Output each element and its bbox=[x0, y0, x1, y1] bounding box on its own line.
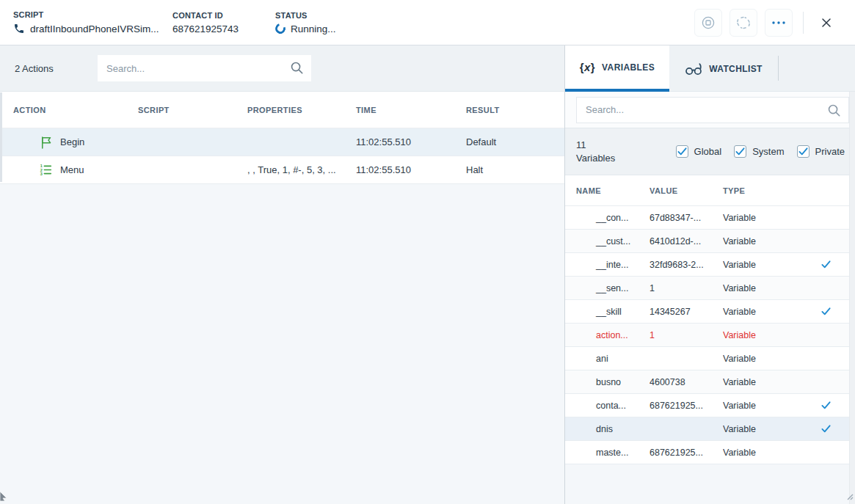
variable-type-cell: Variable bbox=[723, 213, 796, 223]
variable-name-cell: __inte... bbox=[565, 260, 650, 270]
detach-button[interactable] bbox=[730, 9, 757, 37]
contact-id-group: CONTACT ID 687621925743 bbox=[172, 11, 275, 34]
variable-value-cell: 1 bbox=[650, 283, 723, 293]
watched-check-icon bbox=[821, 401, 832, 410]
variable-value-cell: 4600738 bbox=[650, 377, 723, 387]
variable-watch-cell[interactable] bbox=[796, 401, 855, 410]
watched-check-icon bbox=[821, 307, 832, 316]
table-row[interactable]: 123Menu, , True, 1, #-, 5, 3, ...11:02:5… bbox=[0, 156, 564, 184]
running-spinner-icon bbox=[274, 22, 288, 36]
filter-label: Private bbox=[815, 146, 845, 157]
table-row[interactable]: __con...67d88347-...Variable bbox=[565, 206, 855, 230]
variable-type-cell: Variable bbox=[723, 424, 796, 434]
tab-variables-label: VARIABLES bbox=[602, 62, 655, 73]
action-cell: Begin bbox=[0, 136, 138, 148]
variables-count-bar: 11 Variables GlobalSystemPrivate bbox=[565, 128, 855, 175]
time-cell: 11:02:55.510 bbox=[356, 164, 466, 175]
table-row[interactable]: __skill14345267Variable bbox=[565, 300, 855, 324]
checkbox-icon[interactable] bbox=[734, 145, 746, 158]
table-row[interactable]: __sen...1Variable bbox=[565, 277, 855, 300]
column-header-result[interactable]: RESULT bbox=[466, 106, 564, 114]
checkbox-icon[interactable] bbox=[797, 145, 809, 158]
variable-name-cell: conta... bbox=[565, 401, 650, 411]
variable-type-cell: Variable bbox=[723, 377, 796, 387]
actions-search-input[interactable] bbox=[98, 63, 311, 74]
variable-value-cell: 6410d12d-... bbox=[650, 236, 723, 246]
tab-divider bbox=[778, 56, 779, 81]
filter-private[interactable]: Private bbox=[797, 145, 845, 158]
search-icon bbox=[290, 61, 304, 78]
table-row[interactable]: action...1Variable bbox=[565, 324, 855, 347]
tabs-row: {x} VARIABLES WATCHLIST bbox=[565, 45, 855, 92]
search-icon bbox=[827, 103, 841, 120]
stop-button[interactable] bbox=[694, 9, 722, 37]
variables-count: 11 Variables bbox=[576, 139, 615, 164]
table-row[interactable]: maste...687621925...Variable bbox=[565, 441, 855, 464]
variable-watch-cell[interactable] bbox=[796, 260, 855, 269]
variables-search[interactable] bbox=[576, 97, 849, 123]
tab-variables[interactable]: {x} VARIABLES bbox=[565, 45, 669, 92]
variable-name-cell: ani bbox=[565, 354, 650, 364]
tab-watchlist-label: WATCHLIST bbox=[709, 64, 763, 74]
close-icon bbox=[821, 18, 832, 28]
variables-count-label: Variables bbox=[576, 152, 615, 165]
flag-icon bbox=[40, 136, 52, 148]
table-row[interactable]: __cust...6410d12d-...Variable bbox=[565, 230, 855, 253]
contact-id-value: 687621925743 bbox=[172, 23, 239, 34]
column-header-value[interactable]: VALUE bbox=[650, 186, 723, 195]
table-row[interactable]: dnisVariable bbox=[565, 417, 855, 441]
more-button[interactable] bbox=[765, 9, 793, 37]
status-group: STATUS Running... bbox=[275, 11, 336, 34]
result-cell: Default bbox=[466, 136, 564, 147]
variable-name-cell: __con... bbox=[565, 213, 650, 223]
header-divider bbox=[803, 12, 804, 34]
variable-name-cell: busno bbox=[565, 377, 650, 387]
watched-check-icon bbox=[821, 260, 832, 269]
stop-icon bbox=[700, 15, 716, 31]
action-label: Menu bbox=[60, 164, 84, 175]
table-row[interactable]: aniVariable bbox=[565, 347, 855, 370]
main-content: 2 Actions ACTION SCRIPT PROPERTIES TIME … bbox=[0, 45, 855, 504]
filter-system[interactable]: System bbox=[734, 145, 784, 158]
variables-count-value: 11 bbox=[576, 139, 615, 152]
table-row[interactable]: __inte...32fd9683-2...Variable bbox=[565, 253, 855, 277]
filter-global[interactable]: Global bbox=[676, 145, 722, 158]
variable-value-cell: 687621925... bbox=[650, 401, 723, 411]
tab-watchlist[interactable]: WATCHLIST bbox=[669, 45, 778, 92]
variable-filters: GlobalSystemPrivate bbox=[676, 145, 845, 158]
variable-type-cell: Variable bbox=[723, 307, 796, 317]
column-header-action[interactable]: ACTION bbox=[0, 106, 138, 114]
variable-type-cell: Variable bbox=[723, 260, 796, 270]
variable-value-cell: 32fd9683-2... bbox=[650, 260, 723, 270]
variable-value-cell: 687621925... bbox=[650, 448, 723, 458]
resize-grip-icon[interactable] bbox=[845, 490, 854, 503]
variables-search-row bbox=[565, 92, 855, 128]
actions-search[interactable] bbox=[98, 55, 311, 81]
table-row[interactable]: Begin11:02:55.510Default bbox=[0, 128, 564, 156]
script-group: SCRIPT draftIInboundPhoneIVRSim... bbox=[13, 10, 172, 34]
column-header-time[interactable]: TIME bbox=[356, 106, 466, 114]
actions-panel: 2 Actions ACTION SCRIPT PROPERTIES TIME … bbox=[0, 45, 565, 504]
checkbox-icon[interactable] bbox=[676, 145, 688, 158]
header-actions bbox=[694, 9, 855, 37]
variable-type-cell: Variable bbox=[723, 330, 796, 340]
variables-search-input[interactable] bbox=[577, 104, 848, 115]
filter-label: System bbox=[752, 146, 784, 157]
actions-table-header: ACTION SCRIPT PROPERTIES TIME RESULT bbox=[0, 92, 564, 128]
column-header-name[interactable]: NAME bbox=[565, 186, 650, 195]
column-header-properties[interactable]: PROPERTIES bbox=[247, 106, 356, 114]
action-label: Begin bbox=[60, 136, 84, 147]
column-header-type[interactable]: TYPE bbox=[723, 186, 796, 195]
table-row[interactable]: busno4600738Variable bbox=[565, 370, 855, 394]
close-button[interactable] bbox=[814, 10, 839, 35]
table-row[interactable]: conta...687621925...Variable bbox=[565, 394, 855, 417]
filter-label: Global bbox=[694, 146, 722, 157]
variable-name-cell: maste... bbox=[565, 448, 650, 458]
variable-value-cell: 67d88347-... bbox=[650, 213, 723, 223]
variable-watch-cell[interactable] bbox=[796, 424, 855, 434]
variable-type-cell: Variable bbox=[723, 401, 796, 411]
left-scrollbar[interactable] bbox=[0, 92, 2, 182]
variable-watch-cell[interactable] bbox=[796, 307, 855, 316]
column-header-script[interactable]: SCRIPT bbox=[138, 106, 247, 114]
right-scrollbar[interactable] bbox=[849, 92, 855, 504]
